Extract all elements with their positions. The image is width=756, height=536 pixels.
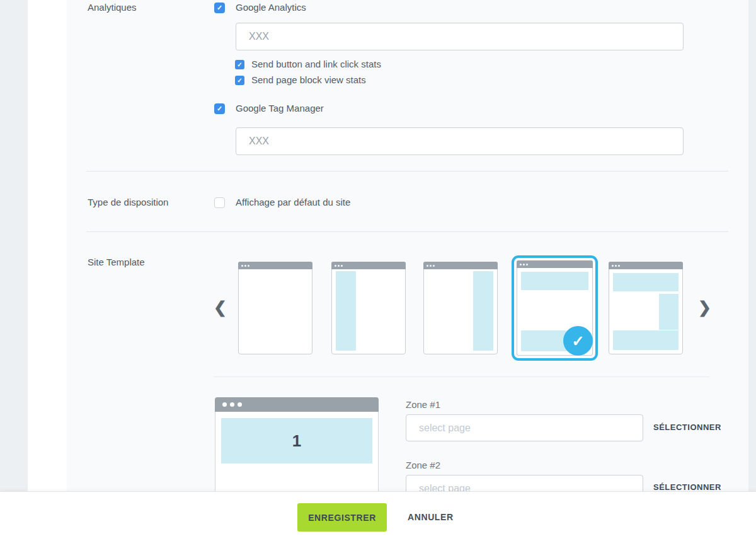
check-icon: ✓: [217, 4, 222, 12]
window-dot-icon: [244, 265, 246, 267]
window-dot-icon: [618, 265, 620, 267]
window-dot-icon: [241, 265, 243, 267]
window-dot-icon: [338, 265, 340, 267]
window-dot-icon: [230, 402, 234, 407]
send-view-stats-label: Send page block view stats: [251, 74, 366, 85]
carousel-prev-button[interactable]: ❮: [214, 300, 227, 315]
window-dot-icon: [433, 265, 435, 267]
google-analytics-checkbox[interactable]: ✓: [214, 3, 225, 13]
cancel-button[interactable]: ANNULER: [408, 512, 454, 522]
template-thumb-left-sidebar[interactable]: [331, 262, 406, 354]
analytics-section-label: Analytiques: [88, 2, 137, 13]
zone-1-page-input[interactable]: [406, 414, 643, 441]
check-icon: ✓: [237, 61, 242, 68]
check-icon: ✓: [237, 77, 242, 84]
google-tag-manager-id-input[interactable]: [236, 127, 684, 155]
window-dot-icon: [222, 402, 227, 407]
window-dot-icon: [430, 265, 432, 267]
left-sidebar-zone: [336, 271, 356, 351]
preview-zone-1: 1: [221, 418, 372, 463]
right-sidebar-zone: [659, 294, 679, 330]
window-dot-icon: [612, 265, 614, 267]
zone-1-label: Zone #1: [406, 399, 440, 410]
window-dot-icon: [335, 265, 336, 267]
window-dot-icon: [615, 265, 617, 267]
browser-chrome: [423, 262, 498, 269]
template-thumb-right-sidebar[interactable]: [423, 262, 498, 354]
window-dot-icon: [526, 264, 528, 265]
window-dot-icon: [248, 265, 249, 267]
section-divider: [86, 171, 728, 172]
footer-zone: [613, 330, 679, 350]
chevron-left-icon: ❮: [214, 298, 227, 316]
window-dot-icon: [520, 264, 522, 265]
zone-2-label: Zone #2: [406, 460, 440, 470]
send-view-stats-checkbox[interactable]: ✓: [235, 76, 244, 85]
browser-chrome: [215, 397, 379, 412]
browser-chrome: [331, 262, 406, 269]
template-thumb-header-footer-selected[interactable]: ✓: [512, 255, 598, 361]
window-dot-icon: [523, 264, 525, 265]
selected-template-preview: 1: [215, 397, 379, 499]
zone-1-select-button[interactable]: SÉLECTIONNER: [653, 422, 721, 432]
save-button[interactable]: ENREGISTRER: [297, 503, 387, 532]
header-zone: [521, 272, 588, 290]
google-tag-manager-label: Google Tag Manager: [236, 103, 324, 114]
browser-chrome: [517, 260, 593, 268]
window-dot-icon: [427, 265, 428, 267]
send-click-stats-checkbox[interactable]: ✓: [235, 60, 244, 69]
action-bar: ENREGISTRER ANNULER: [0, 491, 756, 536]
browser-chrome: [609, 262, 683, 269]
site-template-section-label: Site Template: [88, 257, 145, 267]
send-click-stats-label: Send button and link click stats: [251, 59, 381, 69]
carousel-divider: [214, 376, 709, 377]
default-display-checkbox[interactable]: [214, 197, 225, 208]
template-thumb-blank[interactable]: [238, 262, 312, 354]
google-analytics-id-input[interactable]: [236, 23, 684, 50]
settings-panel-body: Analytiques ✓ Google Analytics ✓ Send bu…: [67, 0, 748, 536]
settings-panel: Analytiques ✓ Google Analytics ✓ Send bu…: [28, 0, 732, 536]
window-dot-icon: [341, 265, 343, 267]
chevron-right-icon: ❯: [698, 298, 711, 316]
browser-chrome: [238, 262, 312, 269]
carousel-next-button[interactable]: ❯: [698, 300, 711, 315]
google-tag-manager-checkbox[interactable]: ✓: [214, 103, 225, 114]
layout-type-section-label: Type de disposition: [88, 197, 168, 207]
section-divider: [86, 231, 728, 232]
zone-2-select-button[interactable]: SÉLECTIONNER: [653, 482, 721, 492]
default-display-label: Affichage par défaut du site: [236, 197, 350, 207]
template-thumb-header-right-sidebar-footer[interactable]: [609, 262, 683, 354]
selected-check-badge: ✓: [563, 326, 593, 356]
check-icon: ✓: [217, 105, 222, 113]
check-icon: ✓: [571, 332, 584, 350]
zone-number: 1: [292, 431, 301, 451]
header-zone: [613, 273, 679, 291]
google-analytics-label: Google Analytics: [236, 2, 306, 13]
right-sidebar-zone: [473, 271, 493, 351]
window-dot-icon: [238, 402, 242, 407]
